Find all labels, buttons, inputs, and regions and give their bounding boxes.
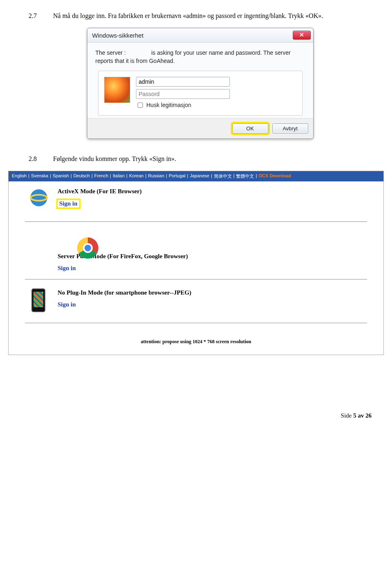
language-bar: English|Svenska|Spanish|Deutsch|French|I… [9,171,383,181]
signin-link-noplugin[interactable]: Sign in [58,301,76,308]
step-number: 2.7 [29,12,41,20]
dialog-prompt: The server : is asking for your user nam… [96,49,305,65]
dialog-body: The server : is asking for your user nam… [87,42,313,118]
close-icon: ✕ [299,31,304,38]
step-text: Følgende vindu kommer opp. Trykk «Sign i… [53,155,176,163]
lang-简体中文[interactable]: 简体中文 [214,173,232,179]
lang-svenska[interactable]: Svenska [31,173,48,179]
lang-japanese[interactable]: Japanese [190,173,209,179]
lang-deutsch[interactable]: Deutsch [74,173,90,179]
remember-checkbox[interactable] [138,103,143,108]
cancel-button[interactable]: Avbryt [272,123,308,134]
dialog-titlebar: Windows-sikkerhet ✕ [87,28,313,42]
step-text: Nå må du logge inn. Fra fabrikken er bru… [53,12,323,20]
password-field[interactable] [136,89,230,99]
step-number: 2.8 [29,155,41,163]
mode-noplugin: No Plug-In Mode (for smartphone browser-… [9,283,383,320]
signin-link-activex[interactable]: Sign in [58,200,79,208]
dialog-title: Windows-sikkerhet [92,32,144,39]
attention-text: attention: propose using 1024 * 768 scre… [9,326,383,355]
lang-spanish[interactable]: Spanish [53,173,69,179]
avatar [104,77,130,103]
mode-title: Server Push Mode (For FireFox, Google Br… [58,253,359,260]
lang-russian[interactable]: Russian [148,173,165,179]
separator [25,221,367,222]
ok-button[interactable]: OK [232,123,268,134]
lang-繁體中文[interactable]: 繁體中文 [236,173,254,179]
step-2-8: 2.8 Følgende vindu kommer opp. Trykk «Si… [29,155,372,163]
mode-title: ActiveX Mode (For IE Browser) [58,188,359,195]
credentials-box: Husk legitimasjon [98,71,303,116]
separator [25,323,367,323]
mode-title: No Plug-In Mode (for smartphone browser-… [58,289,359,296]
remember-checkbox-label[interactable]: Husk legitimasjon [136,101,296,109]
dialog-footer: OK Avbryt [87,118,313,139]
smartphone-icon [31,288,45,312]
lang-italian[interactable]: Italian [113,173,125,179]
camera-web-page: English|Svenska|Spanish|Deutsch|French|I… [8,171,384,355]
lang-english[interactable]: English [12,173,27,179]
chrome-icon [77,237,98,259]
svg-point-0 [30,189,47,206]
lang-french[interactable]: French [94,173,108,179]
mode-activex: ActiveX Mode (For IE Browser) Sign in [9,181,383,218]
mode-serverpush: Server Push Mode (For FireFox, Google Br… [9,225,383,276]
ie-icon [28,187,49,208]
step-2-7: 2.7 Nå må du logge inn. Fra fabrikken er… [29,12,372,20]
close-button[interactable]: ✕ [293,31,311,40]
page-footer: Side 5 av 26 [29,412,372,419]
lang-korean[interactable]: Korean [129,173,143,179]
lang-portugal[interactable]: Portugal [169,173,185,179]
separator [25,279,367,279]
username-field[interactable] [136,77,230,87]
signin-link-serverpush[interactable]: Sign in [58,265,76,271]
windows-security-dialog: Windows-sikkerhet ✕ The server : is aski… [87,28,314,139]
ocx-download-link[interactable]: OCX Download [258,173,291,179]
